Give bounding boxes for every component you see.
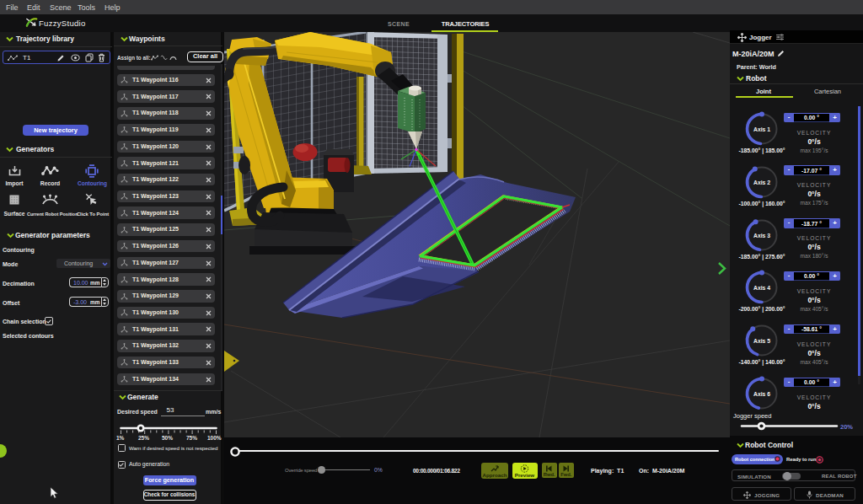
svg-text:Axis 1: Axis 1 <box>753 126 769 132</box>
svg-text:Axis 2: Axis 2 <box>753 180 769 185</box>
svg-text:Axis 5: Axis 5 <box>753 338 769 344</box>
svg-text:Axis 4: Axis 4 <box>753 285 769 291</box>
svg-text:Axis 6: Axis 6 <box>753 391 769 397</box>
svg-text:Axis 3: Axis 3 <box>753 232 769 238</box>
